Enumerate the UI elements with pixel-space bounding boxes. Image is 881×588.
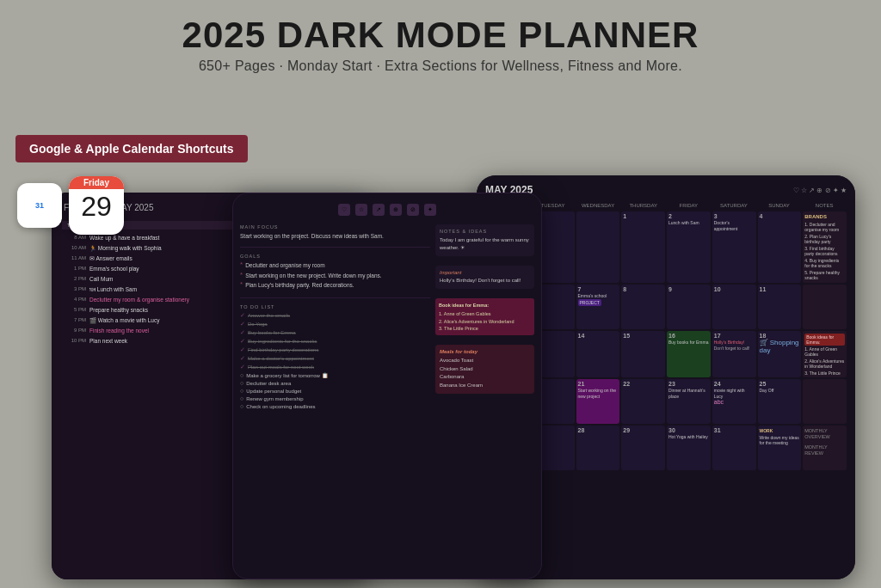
important-text: Holly's Birthday! Don't forget to call!	[440, 277, 530, 285]
day-label-sun: SUNDAY	[757, 201, 802, 210]
tm-main-focus-section: MAIN FOCUS Start working on the project.…	[240, 224, 430, 241]
todo-4: ✓Buy ingredients for the snacks	[240, 338, 430, 345]
cal-cell-may25: 25 Day Off	[758, 379, 802, 424]
cal-cell-may28: 28	[576, 426, 620, 470]
goal-3: * Plan Lucy's birthday party. Red decora…	[240, 281, 430, 290]
tm-book-tag: Book ideas for Emma: 1. Anne of Green Ga…	[435, 298, 534, 335]
goals-label: GOALS	[240, 254, 430, 259]
tm-icon-star: ☆	[355, 204, 367, 216]
page-wrapper: 2025 DARK MODE PLANNER 650+ Pages · Mond…	[0, 0, 881, 588]
todo-10: ○Update personal budget	[240, 388, 430, 394]
cal-icons: 31 Friday 29	[17, 176, 124, 235]
cal-notes-3: Book ideas for Emma: 1. Anne of Green Ga…	[803, 331, 847, 378]
day-label-wed: WEDNESDAY	[576, 201, 620, 210]
tm-icon-plus: ⊕	[390, 204, 402, 216]
apple-cal-day: Friday	[69, 176, 124, 189]
todo-5: ✓Find birthday party decorations	[240, 346, 430, 353]
cal-cell-may31: 31	[712, 426, 756, 470]
cal-cell-may15: 15	[621, 331, 665, 378]
cal-cell-may3: 3 Doctor's appointment	[712, 211, 756, 283]
goal-2: * Start working on the new project. Writ…	[240, 272, 430, 280]
tm-important-box: Important Holly's Birthday! Don't forget…	[435, 266, 534, 289]
cal-cell-may22: 22	[621, 379, 665, 424]
cal-cell-may7: 7 Emma's school PROJECT	[576, 285, 620, 329]
cal-cell-may10: 10	[712, 285, 756, 329]
tm-icon-heart: ♡	[338, 204, 350, 216]
cal-cell-may11: 11	[758, 285, 802, 329]
meal-2: Chicken Salad	[440, 365, 530, 374]
goal-1: * Declutter and organise my room	[240, 261, 430, 270]
day-label-thu: THURSDAY	[621, 201, 666, 210]
tm-todo-section: TO DO LIST ✓Answer the emails ✓Do Yoga ✓…	[240, 304, 430, 411]
tm-goals-section: GOALS * Declutter and organise my room *…	[240, 254, 430, 291]
cal-header-icons: ♡ ☆ ↗ ⊕ ⊘ ✦ ★	[793, 187, 847, 194]
todo-label: TO DO LIST	[240, 304, 430, 309]
cal-notes-1: BRANDS 1. Declutter and organise my room…	[803, 211, 847, 283]
cal-cell-may8: 8	[621, 285, 665, 329]
important-label: Important	[440, 270, 530, 275]
tablet-middle: ♡ ☆ ↗ ⊕ ⊘ ✦ MAIN FOCUS Start working on …	[232, 193, 542, 579]
divider-2	[240, 297, 430, 298]
todo-3: ✓Buy books for Emma	[240, 329, 430, 336]
todo-1: ✓Answer the emails	[240, 312, 430, 319]
tm-col-right: NOTES & IDEAS Today I am grateful for th…	[435, 224, 534, 572]
subtitle: 650+ Pages · Monday Start · Extra Sectio…	[182, 58, 699, 74]
todo-7: ✓Plan out meals for next week	[240, 364, 430, 371]
apple-cal-date: 29	[81, 189, 112, 225]
todo-12: ○Check on upcoming deadlines	[240, 403, 430, 409]
todo-11: ○Renew gym membership	[240, 395, 430, 401]
cal-notes-2	[803, 285, 847, 329]
day-label-notes: NOTES	[802, 201, 847, 210]
todo-8: ○Make a grocery list for tomorrow 📋	[240, 372, 430, 378]
todo-2: ✓Do Yoga	[240, 321, 430, 328]
cal-cell-empty-end: WORK Write down my ideas for the meeting	[758, 426, 802, 470]
middle-content: ♡ ☆ ↗ ⊕ ⊘ ✦ MAIN FOCUS Start working on …	[233, 193, 541, 579]
cal-cell-may30: 30 Hot Yoga with Hailey	[667, 426, 711, 470]
tm-icon-minus: ⊘	[407, 204, 419, 216]
todo-6: ✓Make a doctor's appointment	[240, 355, 430, 362]
tm-meals-box: Meals for today Avocado Toast Chicken Sa…	[435, 345, 534, 394]
notes-label: NOTES & IDEAS	[440, 229, 530, 234]
cal-notes-4	[803, 379, 847, 424]
main-focus-label: MAIN FOCUS	[240, 224, 430, 230]
day-label-fri: FRIDAY	[667, 201, 712, 210]
main-title: 2025 DARK MODE PLANNER	[182, 15, 699, 55]
main-focus-text: Start working on the project. Discuss ne…	[240, 232, 430, 241]
tm-icons-row: ♡ ☆ ↗ ⊕ ⊘ ✦	[240, 200, 534, 219]
cal-notes-5: MONTHLY OVERVIEW MONTHLY REVIEW	[803, 426, 847, 470]
google-calendar-icon: 31	[17, 183, 62, 228]
cal-cell-may9: 9	[667, 285, 711, 329]
tm-icon-arrow: ↗	[373, 204, 385, 216]
cal-cell-may14: 14	[576, 331, 620, 378]
cal-cell-may1: 1	[621, 211, 665, 283]
header: 2025 DARK MODE PLANNER 650+ Pages · Mond…	[182, 0, 699, 74]
cal-cell-may21: 21 Start working on the new project	[576, 379, 620, 424]
meal-4: Banana Ice Cream	[440, 382, 530, 390]
cal-cell-may29: 29	[621, 426, 665, 470]
tm-icon-spark: ✦	[424, 204, 436, 216]
cal-cell-may2: 2 Lunch with Sam	[667, 211, 711, 283]
divider-1	[240, 247, 430, 248]
tm-two-col: MAIN FOCUS Start working on the project.…	[240, 224, 534, 572]
cal-cell-may18: 18 🛒 Shopping day	[758, 331, 802, 378]
cal-cell-may17: 17 Holly's Birthday! Don't forget to cal…	[712, 331, 756, 378]
cal-header: MAY 2025 ♡ ☆ ↗ ⊕ ⊘ ✦ ★	[485, 184, 847, 196]
meal-3: Carbonara	[440, 373, 530, 382]
notes-text: Today I am grateful for the warm sunny w…	[440, 236, 530, 252]
badge: Google & Apple Calendar Shortcuts	[15, 135, 248, 162]
cal-cell-may16: 16 Buy books for Emma	[667, 331, 711, 378]
tm-col-left: MAIN FOCUS Start working on the project.…	[240, 224, 430, 572]
cal-cell-may4: 4	[758, 211, 802, 283]
meals-label: Meals for today	[440, 349, 530, 354]
meal-1: Avocado Toast	[440, 357, 530, 365]
devices-container: FRIDAY • 29 MAY 2025 ♡ ☆ ✦ ⊕ ↗ ★ TODAY 8…	[0, 175, 881, 588]
todo-9: ○Declutter desk area	[240, 380, 430, 386]
cal-cell-may24: 24 movie night with Lucy abc	[712, 379, 756, 424]
apple-calendar-icon: Friday 29	[69, 176, 124, 235]
cal-cell-empty3	[576, 211, 620, 283]
day-label-sat: SATURDAY	[712, 201, 756, 210]
tm-notes-box: NOTES & IDEAS Today I am grateful for th…	[435, 224, 534, 256]
google-cal-num: 31	[35, 202, 44, 210]
cal-cell-may23: 23 Dinner at Hannah's place	[667, 379, 711, 424]
